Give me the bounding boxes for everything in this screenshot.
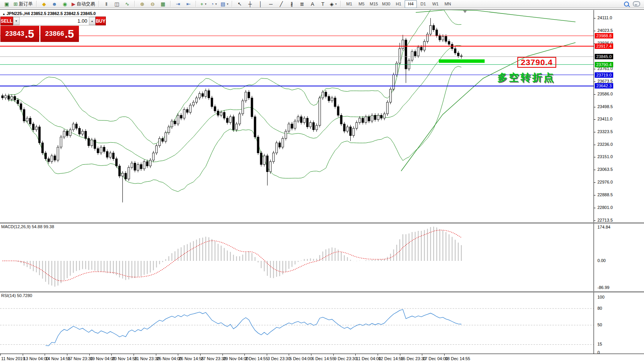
sell-price[interactable]: 23843 .5 (0, 26, 40, 42)
channel-upper-line[interactable] (416, 10, 575, 22)
candlestick-mode-button[interactable]: ◫ (112, 0, 122, 8)
price-callout-box[interactable]: 23790.4 (517, 57, 556, 68)
macd-axis[interactable]: 174.840.00-86.99 (594, 224, 644, 291)
highlighter-button[interactable]: ◆ (39, 0, 49, 8)
rsi-plot[interactable]: RSI(14) 50.7280 (0, 292, 594, 354)
time-axis-label: 25 Nov 04:00 (157, 356, 182, 361)
bollinger-middle-band (9, 45, 462, 162)
new-order-button[interactable]: ⊞新订单 (12, 0, 34, 8)
main-chart-canvas[interactable] (0, 10, 594, 222)
rsi-pane-row: RSI(14) 50.7280 1008050150 (0, 292, 644, 354)
auto-trading-icon: ▶ (72, 2, 75, 7)
auto-trading-button[interactable]: ▶自动交易 (70, 0, 97, 8)
fibonacci-tool-button[interactable]: ≣ (297, 0, 307, 8)
equidistant-channel-tool-button[interactable]: ∦ (286, 0, 297, 8)
macd-axis-label: 0.00 (597, 258, 606, 263)
zoom-in-icon: ⊕ (140, 2, 144, 7)
volume-down-button[interactable]: ▼ (13, 17, 20, 25)
crosshair-tool-button[interactable]: ┼ (245, 0, 255, 8)
candles (2, 18, 462, 202)
time-axis-label: 12 Dec 14:55 (378, 356, 403, 361)
timeframe-h4[interactable]: H4 (405, 0, 417, 8)
price-tick (594, 170, 595, 170)
sell-button[interactable]: SELL (0, 17, 13, 25)
chart-shift-button[interactable]: ⇤ (183, 0, 194, 8)
bar-chart-mode-icon: ‖ (105, 2, 107, 7)
price-axis[interactable]: 24111.024023.523936.023761.023673.523586… (594, 10, 644, 222)
vertical-line-tool-button[interactable]: │ (255, 0, 266, 8)
rsi-axis[interactable]: 1008050150 (594, 292, 644, 354)
timeframe-m30[interactable]: M30 (380, 0, 392, 8)
tile-windows-button[interactable]: ▦ (158, 0, 168, 8)
auto-scroll-button[interactable]: ⇥ (173, 0, 183, 8)
price-axis-label: 23323.5 (597, 129, 613, 134)
arrow-tools-button[interactable]: ◈▾ (328, 0, 338, 8)
templates-menu-button[interactable]: ▤▾ (219, 0, 230, 8)
chart-shift-marker[interactable] (463, 10, 467, 13)
time-axis[interactable]: 11 Nov 201913 Nov 04:0014 Nov 14:5517 No… (0, 354, 644, 364)
time-tick (200, 354, 201, 356)
one-click-trading-panel: SELL ▼ ▲ BUY 23843 .5 23866 .5 (0, 17, 79, 42)
time-axis-label: 11 Nov 2019 (1, 356, 25, 361)
text-tool-button[interactable]: A (307, 0, 318, 8)
zoom-out-button[interactable]: ⊖ (147, 0, 158, 8)
line-chart-mode-icon: ∿ (125, 2, 129, 7)
timeframe-w1[interactable]: W1 (429, 0, 442, 8)
toolbar-group: ▣⊞新订单 (1, 0, 35, 8)
time-tick (23, 354, 23, 356)
periods-menu-button[interactable]: ◔▾ (209, 0, 219, 8)
time-axis-label: 17 Dec 04:00 (423, 356, 448, 361)
timeframe-m1[interactable]: M1 (343, 0, 355, 8)
timeframe-h1[interactable]: H1 (392, 0, 405, 8)
timeframe-m15[interactable]: M15 (368, 0, 380, 8)
price-tick (594, 132, 595, 132)
price-axis-label: 23411.0 (597, 117, 612, 121)
timeframe-mn[interactable]: MN (442, 0, 454, 8)
buy-button[interactable]: BUY (95, 17, 106, 25)
timeframe-m5[interactable]: M5 (355, 0, 368, 8)
macd-plot[interactable]: MACD(12,26,9) 54.88 99.38 (0, 224, 594, 291)
line-chart-mode-button[interactable]: ∿ (122, 0, 132, 8)
buy-price-main: 23866 (45, 30, 64, 38)
green-highlight-bar[interactable] (439, 59, 485, 63)
price-badge-23917.4: 23917.4 (595, 43, 613, 49)
price-axis-label: 23498.5 (597, 104, 613, 109)
toolbar-right (624, 1, 644, 7)
search-icon[interactable] (624, 2, 629, 7)
horizontal-line-tool-button[interactable]: ─ (266, 0, 276, 8)
price-tick (594, 69, 595, 69)
time-tick (0, 354, 1, 356)
indicators-menu-button[interactable]: +▾ (198, 0, 209, 8)
vertical-line-tool-icon: │ (259, 2, 262, 7)
time-axis-label: 29 Nov 04:00 (223, 356, 248, 361)
toolbar-separator (99, 1, 99, 7)
toolbar-group: ⊕⊖▦ (136, 0, 169, 8)
price-tick (594, 182, 595, 183)
profile-button[interactable]: ☻ (49, 0, 60, 8)
turning-point-note[interactable]: 多空转折点 (497, 71, 555, 84)
price-tick (594, 195, 595, 195)
price-tick (594, 107, 595, 107)
signals-button[interactable]: ◉ (60, 0, 70, 8)
price-tick (594, 145, 595, 145)
bar-chart-mode-button[interactable]: ‖ (101, 0, 112, 8)
chat-icon[interactable] (633, 1, 640, 7)
text-label-tool-button[interactable]: T (318, 0, 328, 8)
price-axis-label: 23586.0 (597, 92, 613, 96)
macd-axis-label: 174.84 (597, 225, 611, 229)
new-chart-button[interactable]: ▣ (2, 0, 12, 8)
cursor-tool-button[interactable]: ↖ (234, 0, 245, 8)
rsi-axis-label: 80 (597, 306, 602, 311)
zoom-in-button[interactable]: ⊕ (137, 0, 147, 8)
toolbar-group: ‖◫∿ (100, 0, 133, 8)
volume-up-button[interactable]: ▲ (89, 17, 95, 25)
main-plot[interactable]: ▲JPN225-,H4 23852.5 23862.5 23842.5 2384… (0, 10, 594, 222)
timeframe-d1[interactable]: D1 (417, 0, 429, 8)
volume-input[interactable] (20, 17, 89, 25)
trendline-tool-button[interactable]: ╱ (276, 0, 286, 8)
buy-price[interactable]: 23866 .5 (40, 26, 79, 42)
macd-canvas[interactable] (0, 224, 594, 291)
price-tick (594, 31, 595, 31)
rsi-canvas[interactable] (0, 292, 594, 354)
price-axis-label: 22713.5 (597, 218, 613, 222)
